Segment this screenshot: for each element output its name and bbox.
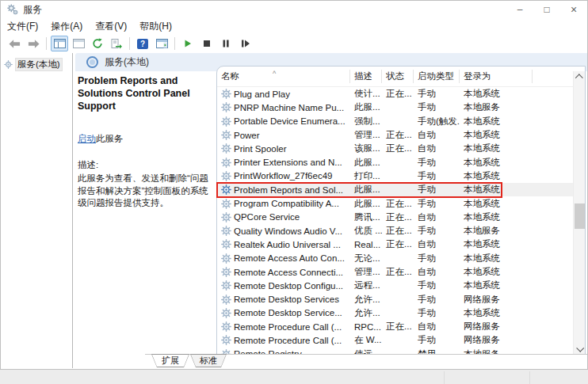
service-gear-icon xyxy=(221,212,231,222)
background-strip xyxy=(0,370,588,384)
show-console-tree-icon[interactable] xyxy=(51,36,68,51)
service-gear-icon xyxy=(221,102,231,112)
table-row[interactable]: Plug and Play 使计... 正在... 手动 本地系统 xyxy=(217,87,573,101)
service-logon-as: 本地系统 xyxy=(460,279,533,291)
column-header-logon-as[interactable]: 登录为 xyxy=(460,70,533,83)
service-name: Power xyxy=(234,131,260,140)
service-startup-type: 手动 xyxy=(414,279,460,291)
column-header-description[interactable]: 描述 xyxy=(350,70,382,83)
service-gear-icon xyxy=(221,253,231,264)
restart-service-icon[interactable] xyxy=(236,36,254,51)
table-row[interactable]: Remote Desktop Services 允许... 手动 网络服务 xyxy=(217,292,573,306)
service-description: Real... xyxy=(350,240,382,249)
close-button[interactable]: × xyxy=(560,1,587,18)
table-row[interactable]: QPCore Service 腾讯... 正在... 自动 本地系统 xyxy=(217,211,573,224)
service-startup-type: 手动(触发... xyxy=(414,116,460,127)
service-description: 腾讯... xyxy=(350,211,382,223)
refresh-icon[interactable] xyxy=(89,36,106,51)
tree-item-services-local[interactable]: 服务(本地) xyxy=(4,58,71,71)
forward-icon[interactable] xyxy=(25,36,42,51)
strip-divider xyxy=(444,371,445,384)
service-name-cell: Realtek Audio Universal ... xyxy=(217,239,350,249)
sort-ascending-icon: ^ xyxy=(273,70,276,78)
menu-help[interactable]: 帮助(H) xyxy=(139,20,172,33)
service-startup-type: 手动 xyxy=(414,88,460,100)
table-row[interactable]: PNRP Machine Name Pu... 此服... 手动 本地服务 xyxy=(217,101,573,114)
scroll-down-icon[interactable] xyxy=(574,343,586,355)
menu-action[interactable]: 操作(A) xyxy=(51,20,82,33)
minimize-button[interactable]: – xyxy=(506,1,533,18)
service-logon-as: 本地系统 xyxy=(460,198,533,210)
table-row[interactable]: Remote Access Connecti... 管理... 正在... 自动… xyxy=(217,265,573,279)
service-gear-icon xyxy=(221,89,231,99)
table-row[interactable]: Remote Procedure Call (... 在 W... 手动 网络服… xyxy=(217,333,573,347)
help-icon[interactable]: ? xyxy=(134,36,151,51)
menu-view[interactable]: 查看(V) xyxy=(95,20,127,33)
scrollbar-thumb[interactable] xyxy=(575,203,585,229)
table-row[interactable]: Print Spooler 该服... 正在... 自动 本地系统 xyxy=(217,142,573,155)
service-description: 强制... xyxy=(350,116,382,127)
maximize-button[interactable]: □ xyxy=(533,1,560,18)
tab-standard[interactable]: 标准 xyxy=(190,354,227,367)
service-name-cell: Printer Extensions and N... xyxy=(217,158,350,168)
service-name: Remote Desktop Configu... xyxy=(234,281,343,291)
service-name: Remote Access Connecti... xyxy=(234,268,343,277)
service-description: 管理... xyxy=(350,266,382,278)
scroll-up-icon[interactable] xyxy=(574,71,586,83)
toolbar-separator xyxy=(46,37,47,50)
table-row[interactable]: Portable Device Enumera... 强制... 手动(触发..… xyxy=(217,115,573,128)
show-properties-icon[interactable] xyxy=(70,36,87,51)
service-name: Remote Desktop Services xyxy=(234,295,339,304)
details-pane: 服务(本地) Problem Reports and Solutions Con… xyxy=(73,53,587,368)
service-name: Print Spooler xyxy=(234,144,286,154)
pause-service-icon[interactable] xyxy=(217,36,235,51)
table-row[interactable]: Remote Access Auto Con... 无论... 手动 本地系统 xyxy=(217,252,573,265)
table-row[interactable]: Power 管理... 正在... 自动 本地系统 xyxy=(217,128,573,142)
service-description: 远程... xyxy=(350,279,382,291)
service-status: 正在... xyxy=(382,88,414,100)
service-gear-icon xyxy=(221,267,231,277)
column-header-name[interactable]: 名称 ^ xyxy=(217,70,350,83)
service-name-cell: Remote Procedure Call (... xyxy=(217,335,350,345)
service-name: Problem Reports and Sol... xyxy=(234,185,343,195)
service-name: Plug and Play xyxy=(234,89,290,99)
show-action-pane-icon[interactable] xyxy=(153,36,170,51)
table-row[interactable]: Problem Reports and Sol... 此服... 手动 本地系统 xyxy=(217,183,573,196)
table-row[interactable]: Remote Desktop Service... 允许... 手动 本地系统 xyxy=(217,306,573,320)
service-gear-icon xyxy=(221,280,231,291)
menu-bar: 文件(F) 操作(A) 查看(V) 帮助(H) xyxy=(1,18,587,35)
service-name-cell: Quality Windows Audio V... xyxy=(217,226,350,236)
table-row[interactable]: Remote Desktop Configu... 远程... 手动 本地系统 xyxy=(217,279,573,292)
start-service-icon[interactable] xyxy=(179,36,197,51)
table-row[interactable]: Remote Procedure Call (... RPC... 正在... … xyxy=(217,320,573,333)
stop-service-icon[interactable] xyxy=(198,36,216,51)
start-service-link[interactable]: 启动 xyxy=(78,134,96,143)
strip-divider xyxy=(529,371,530,384)
service-gear-icon xyxy=(221,143,231,154)
service-description: 该服... xyxy=(350,143,382,154)
service-name-cell: Remote Procedure Call (... xyxy=(217,321,350,332)
table-row[interactable]: Quality Windows Audio V... 优质 ... 正在... … xyxy=(217,224,573,238)
table-row[interactable]: Realtek Audio Universal ... Real... 正在..… xyxy=(217,238,573,251)
tab-extended[interactable]: 扩展 xyxy=(151,354,189,367)
service-logon-as: 本地系统 xyxy=(460,253,533,264)
back-icon[interactable] xyxy=(6,36,23,51)
column-header-status[interactable]: 状态 xyxy=(382,70,414,83)
table-row[interactable]: Program Compatibility A... 此服... 正在... 手… xyxy=(217,196,573,210)
title-bar: 服务 – □ × xyxy=(1,1,587,18)
menu-file[interactable]: 文件(F) xyxy=(7,20,38,33)
service-startup-type: 自动 xyxy=(414,211,460,223)
extended-description-pane: Problem Reports and Solutions Control Pa… xyxy=(78,74,214,210)
service-name: Printer Extensions and N... xyxy=(234,158,342,167)
toolbar: ? xyxy=(1,34,587,54)
table-row[interactable]: PrintWorkflow_27f6ec49 打印... 手动 本地系统 xyxy=(217,169,573,183)
service-status: 正在... xyxy=(382,238,414,250)
export-list-icon[interactable] xyxy=(108,36,125,51)
service-name: PrintWorkflow_27f6ec49 xyxy=(234,171,332,181)
toolbar-separator xyxy=(129,37,130,50)
vertical-scrollbar[interactable] xyxy=(573,71,585,355)
column-header-startup-type[interactable]: 启动类型 xyxy=(414,70,460,83)
service-status: 正在... xyxy=(382,225,414,237)
table-row[interactable]: Printer Extensions and N... 此服... 手动 本地系… xyxy=(217,155,573,169)
service-startup-type: 手动 xyxy=(414,225,460,237)
